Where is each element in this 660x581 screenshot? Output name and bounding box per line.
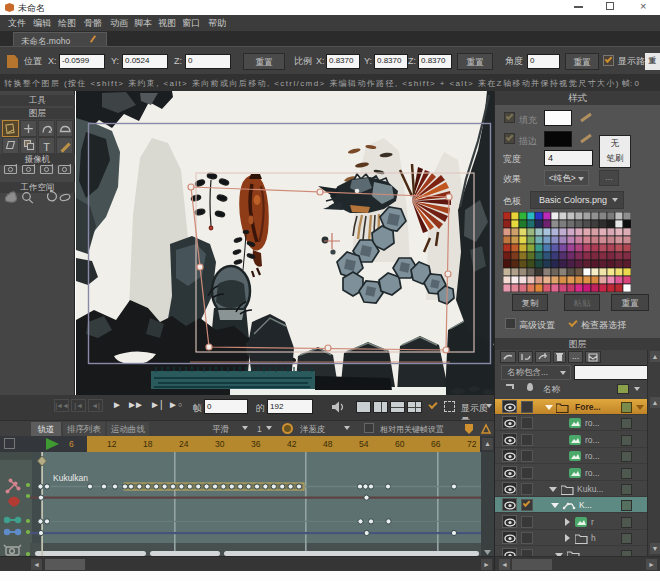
svg-text:Kukulkan: Kukulkan <box>53 473 88 483</box>
svg-text:T: T <box>43 141 50 153</box>
